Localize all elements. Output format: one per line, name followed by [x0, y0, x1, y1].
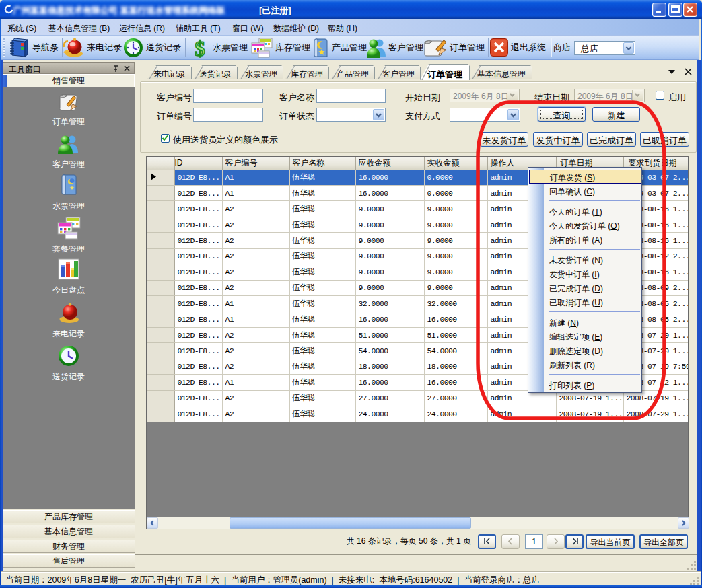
svg-text:$: $	[195, 38, 205, 58]
